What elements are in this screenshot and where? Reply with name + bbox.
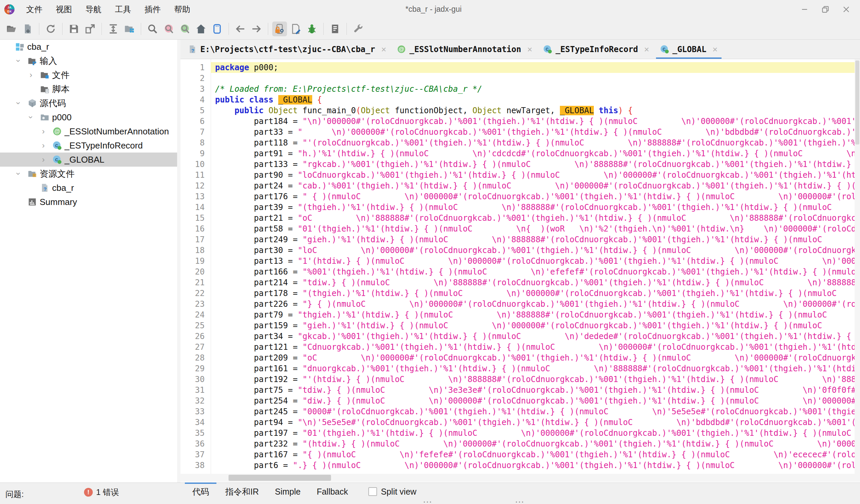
code-line-4[interactable]: 4public class _GLOBAL {: [181, 95, 860, 105]
code-line-26[interactable]: 26 part34 = "gkcab.)'%001'(thgieh.)'%1'(…: [181, 331, 860, 342]
tree-item-package-4[interactable]: ›源代码: [0, 96, 177, 110]
main-activity-button[interactable]: [194, 21, 209, 36]
forward-button[interactable]: [249, 21, 264, 36]
close-button[interactable]: [836, 1, 857, 17]
chevron-down-icon[interactable]: ›: [25, 116, 37, 119]
deobfuscation-button[interactable]: [272, 21, 287, 36]
search-text-button[interactable]: [145, 21, 160, 36]
tree-item-class-7[interactable]: ›c_ESTypeInfoRecord: [0, 139, 177, 153]
code-line-16[interactable]: 16 part58 = "01'(thgieh.)'%1'(htdiw.} { …: [181, 224, 860, 234]
view-tab-1[interactable]: 指令和IR: [217, 483, 267, 501]
code-line-5[interactable]: 5 public Object func_main_0(Object funct…: [181, 105, 860, 116]
minimize-button[interactable]: [794, 1, 815, 17]
view-tab-3[interactable]: Fallback: [309, 484, 356, 500]
code-line-24[interactable]: 24 part79 = "thgieh.)'%1'(htdiw.} { )(nm…: [181, 309, 860, 320]
code-line-13[interactable]: 13 part176 = " { )(nmuloC \n)'000000#'(r…: [181, 191, 860, 202]
tree-item-class-8[interactable]: ›c_GLOBAL: [0, 153, 177, 167]
code-line-19[interactable]: 19 part13 = "1'(htdiw.} { )(nmuloC \n)'0…: [181, 256, 860, 267]
code-line-3[interactable]: 3/* Loaded from: E:\Projects\ctf-test\zj…: [181, 84, 860, 95]
code-line-12[interactable]: 12 part24 = "cab.)'%001'(thgieh.)'%1'(ht…: [181, 181, 860, 191]
tree-item-folder-res-9[interactable]: ›资源文件: [0, 167, 177, 181]
code-line-36[interactable]: 36 part232 = "(htdiw.} { )(nmuloC \n)'00…: [181, 438, 860, 449]
tree-item-folder-script-3[interactable]: 脚本: [0, 82, 177, 96]
code-line-35[interactable]: 35 part197 = "01'(thgieh.)'%1'(htdiw.} {…: [181, 428, 860, 438]
search-class-button[interactable]: [161, 21, 176, 36]
code-line-1[interactable]: 1package p000;: [181, 62, 860, 73]
menu-item-3[interactable]: 工具: [108, 3, 138, 16]
code-line-2[interactable]: 2: [181, 73, 860, 84]
tree-item-folder-input-1[interactable]: ›输入: [0, 54, 177, 68]
editor-tab-3[interactable]: c_GLOBAL×: [655, 40, 723, 59]
tree-item-folder-file-2[interactable]: ›文件: [0, 68, 177, 82]
open-file-button[interactable]: [4, 21, 19, 36]
editor-tab-0[interactable]: ?E:\Projects\ctf-test\zjuc--CBA\cba_r×: [183, 40, 391, 59]
tab-close-icon[interactable]: ×: [713, 45, 717, 54]
code-line-15[interactable]: 15 part21 = "oC \n)'888888#'(roloCdnuorg…: [181, 213, 860, 224]
view-tab-2[interactable]: Simple: [267, 484, 309, 500]
back-button[interactable]: [233, 21, 248, 36]
code-line-14[interactable]: 14 part39 = "(thgieh.)'%1'(htdiw.} { )(n…: [181, 202, 860, 213]
split-view-checkbox[interactable]: [368, 487, 377, 496]
preferences-button[interactable]: [351, 21, 366, 36]
code-line-6[interactable]: 6 part184 = "\n)'000000#'(roloCdnuorgkca…: [181, 116, 860, 127]
code-line-37[interactable]: 37 part167 = "{ )(nmuloC \n)'fefefe#'(ro…: [181, 449, 860, 460]
code-line-34[interactable]: 34 part94 = "\n)'5e5e5e#'(roloCdnuorgkca…: [181, 417, 860, 428]
code-line-38[interactable]: 38 part6 = ".} { )(nmuloC \n)'000000#'(r…: [181, 460, 860, 471]
code-line-28[interactable]: 28 part209 = "oC \n)'000000#'(roloCdnuor…: [181, 352, 860, 363]
code-line-10[interactable]: 10 part133 = "rgkcab.)'%001'(thgieh.)'%1…: [181, 159, 860, 170]
chevron-down-icon[interactable]: ›: [13, 172, 24, 175]
horizontal-scrollbar[interactable]: [181, 474, 860, 482]
fit-width-button[interactable]: [106, 21, 121, 36]
tree-item-folder-5[interactable]: ›p000: [0, 110, 177, 124]
panel-grip-icon[interactable]: ⋯: [423, 496, 432, 504]
code-line-21[interactable]: 21 part214 = "tdiw.} { )(nmuloC \n)'8888…: [181, 277, 860, 288]
restore-button[interactable]: [815, 1, 836, 17]
code-line-17[interactable]: 17 part249 = "gieh.)'%1'(htdiw.} { )(nmu…: [181, 234, 860, 245]
tab-close-icon[interactable]: ×: [644, 45, 649, 54]
vertical-scrollbar-thumb[interactable]: [855, 60, 859, 144]
export-button[interactable]: [83, 21, 98, 36]
tab-close-icon[interactable]: ×: [381, 45, 386, 54]
selection-button[interactable]: [210, 21, 225, 36]
tab-close-icon[interactable]: ×: [527, 45, 532, 54]
chevron-down-icon[interactable]: ›: [13, 102, 24, 104]
vertical-scrollbar[interactable]: [855, 59, 860, 474]
menu-item-4[interactable]: 插件: [138, 3, 167, 16]
debug-button[interactable]: [304, 21, 319, 36]
code-line-32[interactable]: 32 part254 = "diw.} { )(nmuloC \n)'00000…: [181, 395, 860, 406]
code-line-9[interactable]: 9 part91 = "h.)'%1'(htdiw.} { )(nmuloC \…: [181, 148, 860, 159]
add-files-button[interactable]: [20, 21, 35, 36]
error-badge[interactable]: ! 1 错误: [84, 487, 119, 498]
code-line-27[interactable]: 27 part121 = "Cdnuorgkcab.)'%001'(thgieh…: [181, 342, 860, 352]
code-line-18[interactable]: 18 part30 = "loC \n)'000000#'(roloCdnuor…: [181, 245, 860, 256]
save-all-button[interactable]: [67, 21, 81, 36]
code-line-8[interactable]: 8 part118 = "'(roloCdnuorgkcab.)'%001'(t…: [181, 138, 860, 148]
tree-item-summary-11[interactable]: Summary: [0, 195, 177, 209]
code-line-22[interactable]: 22 part178 = "(thgieh.)'%1'(htdiw.} { )(…: [181, 288, 860, 299]
search-symbol-button[interactable]: [177, 21, 192, 36]
menu-item-1[interactable]: 视图: [49, 3, 78, 16]
log-viewer-button[interactable]: [328, 21, 342, 36]
flat-packages-button[interactable]: [122, 21, 137, 36]
code-line-30[interactable]: 30 part192 = "'(htdiw.} { )(nmuloC \n)'8…: [181, 374, 860, 385]
menu-item-0[interactable]: 文件: [19, 3, 49, 16]
editor-tab-2[interactable]: c_ESTypeInfoRecord×: [538, 40, 655, 59]
split-view-toggle[interactable]: Split view: [368, 487, 417, 496]
code-line-7[interactable]: 7 part33 = " \n)'000000#'(roloCdnuorgkca…: [181, 127, 860, 138]
tree-item-annotation-6[interactable]: ›@_ESSlotNumberAnnotation: [0, 124, 177, 139]
chevron-right-icon[interactable]: ›: [42, 140, 45, 151]
chevron-right-icon[interactable]: ›: [42, 126, 45, 137]
menu-item-2[interactable]: 导航: [78, 3, 108, 16]
view-tab-0[interactable]: 代码: [184, 483, 217, 501]
code-line-20[interactable]: 20 part166 = "%001'(thgieh.)'%1'(htdiw.}…: [181, 267, 860, 277]
code-line-25[interactable]: 25 part159 = "gieh.)'%1'(htdiw.} { )(nmu…: [181, 320, 860, 331]
panel-grip-icon[interactable]: ⋯: [515, 496, 524, 504]
smali-button[interactable]: [288, 21, 303, 36]
chevron-down-icon[interactable]: ›: [13, 59, 24, 62]
code-editor[interactable]: 1package p000;23/* Loaded from: E:\Proje…: [181, 59, 860, 483]
reload-button[interactable]: [43, 21, 58, 36]
chevron-right-icon[interactable]: ›: [30, 69, 32, 81]
menu-item-5[interactable]: 帮助: [167, 3, 197, 16]
code-line-11[interactable]: 11 part90 = "loCdnuorgkcab.)'%001'(thgie…: [181, 170, 860, 181]
horizontal-scrollbar-thumb[interactable]: [229, 475, 331, 481]
